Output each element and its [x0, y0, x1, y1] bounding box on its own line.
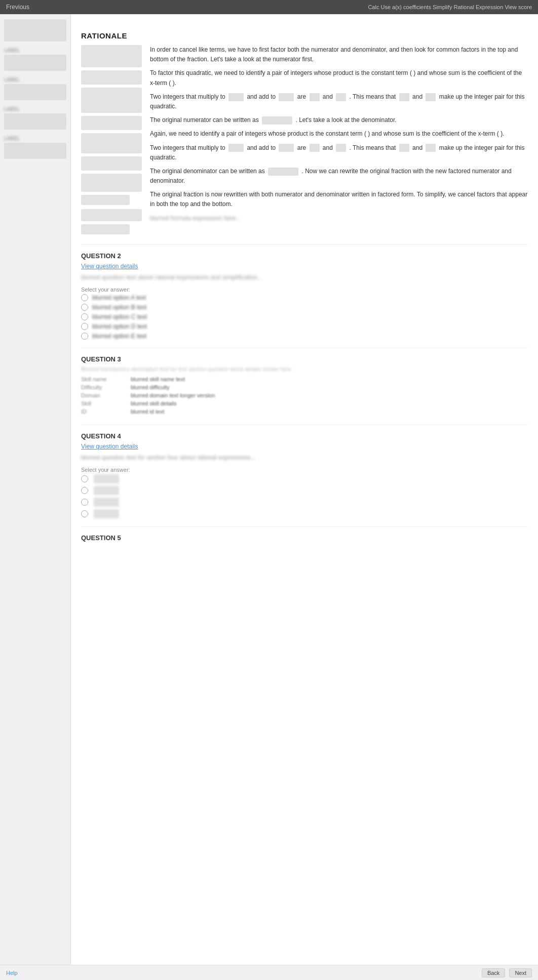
sidebar-section-1: Label	[4, 48, 66, 71]
table-key-4: Skill	[81, 400, 127, 406]
rationale-sidebar-images	[81, 45, 142, 237]
question-4-header: QUESTION 4	[81, 432, 528, 440]
rationale-line6: The original denominator can be written …	[150, 167, 528, 186]
divider-2	[81, 348, 528, 348]
line5-and2: and	[412, 144, 424, 151]
line6-pre: The original denominator can be written …	[150, 168, 265, 175]
rationale-img-2	[81, 70, 142, 85]
table-row-2: Difficulty blurred difficulty	[81, 384, 528, 390]
q4-option-a-circle[interactable]	[81, 475, 88, 482]
question-4-link[interactable]: View question details	[81, 443, 528, 450]
rationale-line3: The original numerator can be written as…	[150, 115, 528, 125]
line2-addto: and add to	[247, 93, 277, 100]
sidebar: Label Label Label Label	[0, 14, 71, 965]
bottom-bar: Help Back Next	[0, 965, 538, 980]
q4-option-c-circle[interactable]	[81, 499, 88, 506]
bottom-bar-buttons: Back Next	[482, 968, 532, 977]
table-col-left: Skill name blurred skill name text Diffi…	[81, 376, 528, 417]
rationale-line2: Two integers that multiply to and add to…	[150, 92, 528, 111]
back-label[interactable]: Frevious	[6, 4, 29, 11]
option-b-circle[interactable]	[81, 304, 88, 311]
question-3-table: Skill name blurred skill name text Diffi…	[81, 376, 528, 417]
rationale-line5: Two integers that multiply to and add to…	[150, 143, 528, 162]
rationale-img-10	[81, 224, 130, 234]
back-button[interactable]: Back	[482, 968, 505, 977]
q4-option-d-text	[92, 509, 121, 518]
option-c-circle[interactable]	[81, 313, 88, 320]
rationale-line4: Again, we need to identify a pair of int…	[150, 129, 528, 139]
rationale-img-7	[81, 174, 142, 192]
line5-val5	[399, 144, 409, 152]
q4-option-b-circle[interactable]	[81, 487, 88, 494]
table-val-2: blurred difficulty	[131, 384, 170, 390]
option-a-text: blurred option A text	[92, 294, 146, 301]
line3-pre: The original numerator can be written as	[150, 116, 259, 124]
line5-pre: Two integers that multiply to	[150, 144, 225, 151]
line5-val1	[228, 144, 244, 152]
sidebar-section-4: Label	[4, 136, 66, 159]
line2-val3	[310, 93, 320, 101]
question-3-header: QUESTION 3	[81, 355, 528, 363]
table-row-4: Skill blurred skill details	[81, 400, 528, 406]
sidebar-item-4[interactable]	[4, 143, 66, 159]
option-a[interactable]: blurred option A text	[81, 294, 528, 301]
option-c[interactable]: blurred option C text	[81, 313, 528, 320]
line2-and2: and	[412, 93, 424, 100]
table-key-1: Skill name	[81, 376, 127, 382]
table-key-5: ID	[81, 409, 127, 415]
line5-and: and	[323, 144, 334, 151]
line2-val6	[426, 93, 436, 101]
option-a-circle[interactable]	[81, 294, 88, 301]
rationale-block: In order to cancel like terms, we have t…	[81, 45, 528, 237]
line5-val3	[310, 144, 320, 152]
option-e-circle[interactable]	[81, 333, 88, 340]
option-e[interactable]: blurred option E text	[81, 333, 528, 340]
sidebar-label-4: Label	[4, 136, 66, 141]
question-3-block: QUESTION 3 Blurred introductory descript…	[81, 355, 528, 417]
next-button[interactable]: Next	[509, 968, 532, 977]
divider-3	[81, 425, 528, 425]
question-2-text: blurred question text about rational exp…	[81, 273, 528, 282]
q4-option-d[interactable]	[81, 509, 528, 518]
top-bar-left: Frevious	[6, 4, 29, 11]
help-label[interactable]: Help	[6, 970, 18, 976]
q4-option-c-text	[92, 498, 121, 507]
line2-and: and	[323, 93, 334, 100]
question-4-text: blurred question text for section four a…	[81, 453, 528, 463]
rationale-img-9	[81, 209, 142, 221]
rationale-text-col: In order to cancel like terms, we have t…	[150, 45, 528, 237]
option-b[interactable]: blurred option B text	[81, 304, 528, 311]
rationale-intro: In order to cancel like terms, we have t…	[150, 45, 528, 64]
option-d[interactable]: blurred option D text	[81, 323, 528, 330]
question-2-link[interactable]: View question details	[81, 263, 528, 270]
rationale-img-8	[81, 195, 130, 205]
table-key-3: Domain	[81, 392, 127, 398]
table-row-3: Domain blurred domain text longer versio…	[81, 392, 528, 398]
q4-option-d-circle[interactable]	[81, 510, 88, 517]
sidebar-item-1[interactable]	[4, 55, 66, 71]
line6-formula	[268, 168, 298, 176]
sidebar-section-3: Label	[4, 106, 66, 130]
question-4-block: QUESTION 4 View question details blurred…	[81, 432, 528, 518]
q4-option-c[interactable]	[81, 498, 528, 507]
q4-formula-b	[94, 486, 119, 495]
question-3-intro: Blurred introductory description text fo…	[81, 366, 528, 372]
q4-option-a[interactable]	[81, 474, 528, 483]
line3-post: . Let's take a look at the denominator.	[295, 116, 396, 124]
sidebar-label-2: Label	[4, 77, 66, 83]
rationale-line1: To factor this quadratic, we need to ide…	[150, 68, 528, 88]
line5-val6	[426, 144, 436, 152]
option-d-text: blurred option D text	[92, 323, 147, 330]
rationale-img-6	[81, 156, 142, 171]
sidebar-item-2[interactable]	[4, 84, 66, 100]
q4-option-a-text	[92, 474, 121, 483]
content-area: RATIONALE In order to cancel like terms,…	[71, 14, 538, 965]
sidebar-label-3: Label	[4, 106, 66, 112]
sidebar-item-3[interactable]	[4, 113, 66, 130]
option-c-text: blurred option C text	[92, 313, 147, 320]
option-d-circle[interactable]	[81, 323, 88, 330]
line2-pre: Two integers that multiply to	[150, 93, 225, 100]
line2-thismeans: . This means that	[350, 93, 398, 100]
main-container: Label Label Label Label RATIONALE	[0, 14, 538, 965]
q4-option-b[interactable]	[81, 486, 528, 495]
